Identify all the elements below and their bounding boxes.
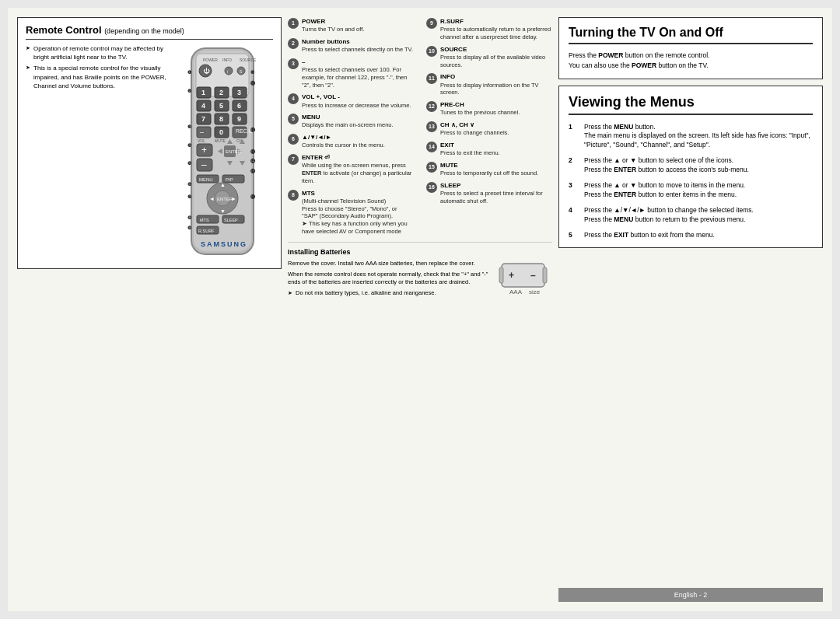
button-source: 10 SOURCE Press to display all of the av… (426, 45, 552, 69)
button-prech: 12 PRE-CH Tunes to the previous channel. (426, 100, 552, 117)
viewing-menus-title: Viewing the Menus (569, 94, 813, 115)
svg-text:⓯: ⓯ (250, 168, 256, 173)
svg-text:⓮: ⓮ (250, 158, 256, 163)
button-enter: 7 ENTER ⏎ While using the on-screen menu… (288, 153, 414, 184)
svg-text:SOURCE: SOURCE (240, 58, 257, 62)
buttons-left-col: 1 POWER Turns the TV on and off. 2 Numbe… (288, 17, 414, 236)
rc-note2: This is a special remote control for the… (26, 64, 167, 90)
rc-title-text: Remote Control (26, 24, 102, 36)
svg-text:8: 8 (219, 115, 223, 123)
left-panel: Remote Control (depending on the model) … (17, 17, 282, 602)
button-info: 11 INFO Press to display information on … (426, 72, 552, 96)
svg-text:–: – (201, 159, 207, 170)
button-mts: 8 MTS (Multi-channel Television Sound)Pr… (288, 189, 414, 236)
install-text: Remove the cover. Install two AAA size b… (288, 260, 492, 305)
svg-text:⓬: ⓬ (250, 127, 256, 132)
install-text2: When the remote control does not operate… (288, 271, 492, 287)
svg-text:R.SURF: R.SURF (198, 229, 215, 233)
button-power: 1 POWER Turns the TV on and off. (288, 17, 414, 33)
button-dpad: 6 ▲/▼/◄/► Controls the cursor in the men… (288, 133, 414, 149)
svg-text:7: 7 (201, 115, 205, 123)
button-rsurf: 9 R.SURF Press to automatically return t… (426, 17, 552, 41)
turning-on-off-title: Turning the TV On and Off (569, 26, 813, 44)
turning-on-off-section: Turning the TV On and Off Press the POWE… (558, 17, 823, 79)
step-5: 5 Press the EXIT button to exit from the… (569, 231, 813, 240)
turning-on-off-content: Press the POWER button on the remote con… (569, 51, 813, 71)
button-dash: 3 – Press to select channels over 100. F… (288, 58, 414, 89)
step-2: 2 Press the ▲ or ▼ button to select one … (569, 156, 813, 175)
button-exit: 14 EXIT Press to exit the menu. (426, 141, 552, 157)
svg-text:i: i (227, 69, 228, 74)
svg-text:2: 2 (219, 89, 223, 96)
viewing-menus-section: Viewing the Menus 1 Press the MENU butto… (558, 86, 823, 249)
rc-notes: Operation of remote control may be affec… (26, 44, 167, 262)
button-vol: 4 VOL +, VOL - Press to increase or decr… (288, 93, 414, 109)
svg-text:+: + (509, 270, 514, 281)
svg-text:9: 9 (237, 115, 241, 123)
buttons-right-col: 9 R.SURF Press to automatically return t… (426, 17, 552, 236)
svg-text:⏻: ⏻ (203, 68, 210, 75)
svg-text:AAA: AAA (509, 289, 523, 296)
svg-text:◄: ◄ (209, 196, 215, 201)
button-ch: 13 CH ∧, CH ∨ Press to change channels. (426, 121, 552, 137)
svg-text:6: 6 (237, 102, 241, 110)
footer-text: English - 2 (674, 591, 708, 599)
svg-text:0: 0 (219, 128, 223, 136)
svg-text:size: size (529, 289, 541, 296)
install-text1: Remove the cover. Install two AAA size b… (288, 260, 492, 268)
svg-text:–: – (530, 270, 536, 281)
svg-text:❿: ❿ (250, 70, 255, 75)
svg-text:PIP: PIP (226, 177, 233, 182)
svg-text:INFO: INFO (222, 58, 232, 62)
remote-image: POWER INFO SOURCE ⏻ i S ❶ (172, 44, 273, 262)
installing-batteries-section: Installing Batteries Remove the cover. I… (288, 242, 552, 306)
step-1: 1 Press the MENU button.The main menu is… (569, 123, 813, 151)
step-3: 3 Press the ▲ or ▼ button to move to ite… (569, 181, 813, 200)
remote-svg: POWER INFO SOURCE ⏻ i S ❶ (184, 44, 261, 262)
install-note: Do not mix battery types, i.e. alkaline … (288, 289, 492, 298)
button-menu: 5 MENU Displays the main on-screen menu. (288, 113, 414, 129)
svg-text:1: 1 (201, 89, 205, 96)
svg-rect-87 (543, 268, 547, 283)
svg-text:3: 3 (237, 89, 241, 96)
svg-text:ENTER: ENTER (217, 197, 233, 201)
svg-text:⓭: ⓭ (250, 149, 256, 154)
svg-text:ENTER: ENTER (226, 149, 242, 154)
svg-text:SAMSUNG: SAMSUNG (201, 240, 247, 248)
svg-text:⓰: ⓰ (250, 194, 256, 199)
svg-text:4: 4 (201, 102, 205, 110)
svg-text:–: – (200, 128, 204, 136)
footer-bar: English - 2 (558, 588, 823, 602)
svg-text:5: 5 (219, 102, 223, 110)
model-note: (depending on the model) (104, 27, 184, 35)
svg-text:+: + (201, 145, 207, 156)
middle-panel: 1 POWER Turns the TV on and off. 2 Numbe… (288, 17, 552, 602)
remote-control-section: Remote Control (depending on the model) … (17, 17, 282, 269)
step-4: 4 Press the ▲/▼/◄/► button to change the… (569, 206, 813, 225)
svg-text:VOL: VOL (198, 138, 205, 143)
viewing-steps: 1 Press the MENU button.The main menu is… (569, 123, 813, 240)
svg-point-8 (225, 67, 233, 75)
button-number: 2 Number buttons Press to select channel… (288, 37, 414, 54)
button-mute: 15 MUTE Press to temporarily cut off the… (426, 161, 552, 177)
svg-text:MUTE: MUTE (215, 138, 226, 143)
battery-image: + – AAA size (498, 260, 552, 305)
svg-text:SLEEP: SLEEP (224, 218, 238, 222)
svg-text:▼: ▼ (220, 208, 226, 214)
button-sleep: 16 SLEEP Press to select a preset time i… (426, 181, 552, 205)
svg-text:⓫: ⓫ (250, 80, 256, 86)
svg-text:POWER: POWER (203, 58, 218, 62)
svg-text:MENU: MENU (199, 177, 213, 182)
battery-svg: + – AAA size (498, 260, 548, 303)
right-panel: Turning the TV On and Off Press the POWE… (558, 17, 823, 602)
rc-title: Remote Control (depending on the model) (26, 24, 273, 40)
svg-text:MTS: MTS (200, 218, 209, 222)
rc-note1: Operation of remote control may be affec… (26, 44, 167, 61)
svg-rect-86 (499, 268, 503, 283)
svg-text:▲: ▲ (220, 182, 226, 187)
install-title: Installing Batteries (288, 247, 552, 257)
